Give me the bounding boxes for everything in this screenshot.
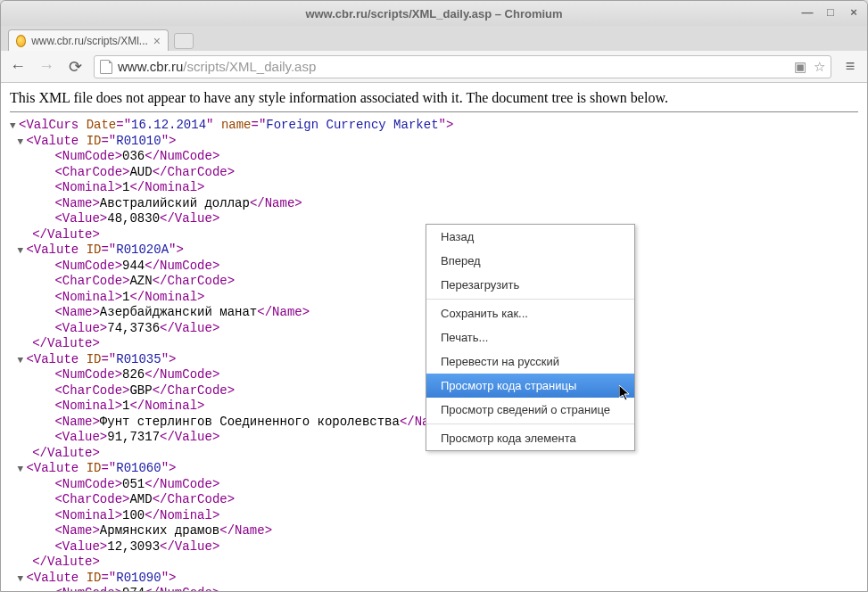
xml-notice: This XML file does not appear to have an…: [10, 88, 858, 111]
close-window-button[interactable]: ×: [846, 4, 862, 19]
window-controls: — □ ×: [799, 4, 862, 19]
maximize-button[interactable]: □: [823, 4, 839, 19]
tab-bar: www.cbr.ru/scripts/XMl... ×: [1, 26, 867, 51]
menu-separator: [426, 423, 634, 424]
favicon-icon: [16, 35, 26, 47]
reload-button[interactable]: ⟳: [65, 57, 85, 77]
window-title: www.cbr.ru/scripts/XML_daily.asp – Chrom…: [305, 7, 562, 21]
context-menu-item[interactable]: Перевести на русский: [426, 349, 634, 374]
context-menu-item[interactable]: Сохранить как...: [426, 301, 634, 325]
context-menu-item[interactable]: Просмотр сведений о странице: [426, 398, 634, 422]
context-menu: НазадВпередПерезагрузитьСохранить как...…: [426, 224, 635, 451]
page-icon: [100, 60, 112, 74]
tab-label: www.cbr.ru/scripts/XMl...: [31, 35, 148, 47]
context-menu-item[interactable]: Вперед: [426, 249, 634, 273]
minimize-button[interactable]: —: [799, 4, 815, 19]
titlebar: www.cbr.ru/scripts/XML_daily.asp – Chrom…: [1, 1, 867, 26]
address-bar[interactable]: www.cbr.ru/scripts/XML_daily.asp ▣ ☆: [94, 55, 831, 78]
url-text: www.cbr.ru/scripts/XML_daily.asp: [118, 59, 789, 74]
back-button[interactable]: ←: [8, 57, 28, 77]
toolbar: ← → ⟳ www.cbr.ru/scripts/XML_daily.asp ▣…: [1, 51, 867, 83]
new-tab-button[interactable]: [174, 33, 194, 49]
context-menu-item[interactable]: Печать...: [426, 325, 634, 349]
context-menu-item[interactable]: Перезагрузить: [426, 273, 634, 297]
divider: [10, 111, 858, 112]
context-menu-item[interactable]: Просмотр кода страницы: [426, 374, 634, 398]
menu-separator: [426, 299, 634, 300]
url-actions: ▣ ☆: [794, 59, 825, 75]
context-menu-item[interactable]: Просмотр кода элемента: [426, 426, 634, 450]
browser-tab[interactable]: www.cbr.ru/scripts/XMl... ×: [8, 29, 169, 51]
bookmark-icon[interactable]: ☆: [814, 59, 825, 75]
close-tab-icon[interactable]: ×: [153, 34, 161, 48]
context-menu-item[interactable]: Назад: [426, 225, 634, 249]
translate-icon[interactable]: ▣: [794, 59, 806, 75]
menu-button[interactable]: ≡: [840, 57, 860, 77]
forward-button[interactable]: →: [37, 57, 56, 77]
